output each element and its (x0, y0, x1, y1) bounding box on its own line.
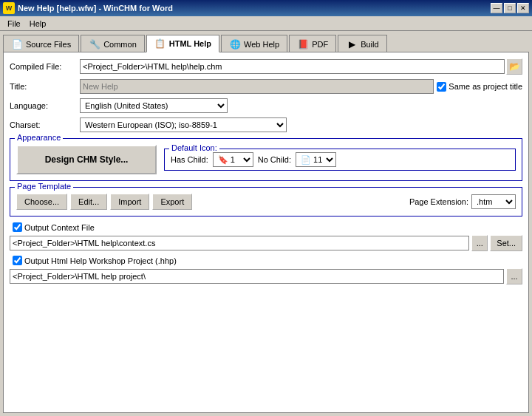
tab-build[interactable]: ▶ Build (338, 35, 386, 52)
tab-web-help-label: Web Help (244, 40, 279, 49)
appearance-group-label: Appearance (15, 133, 63, 142)
tab-common-label: Common (103, 40, 137, 49)
build-icon: ▶ (346, 38, 358, 50)
menu-bar: File Help (0, 16, 532, 31)
page-template-buttons: Choose... Edit... Import Export (16, 194, 192, 210)
compiled-file-browse-button[interactable]: 📂 (506, 58, 522, 75)
output-context-set-button[interactable]: Set... (490, 235, 522, 251)
web-help-icon: 🌐 (229, 38, 241, 50)
title-bar: W New Help [help.wfw] - WinCHM for Word … (0, 0, 532, 16)
import-button[interactable]: Import (110, 194, 149, 210)
output-hhp-file-input[interactable] (10, 269, 504, 284)
common-icon: 🔧 (89, 38, 100, 50)
charset-select[interactable]: Western European (ISO); iso-8859-1 (80, 117, 287, 132)
output-hhp-text: Output Html Help Workshop Project (.hhp) (24, 256, 177, 265)
title-input[interactable] (80, 79, 434, 94)
close-button[interactable]: ✕ (517, 3, 529, 13)
maximize-button[interactable]: □ (504, 3, 516, 13)
appearance-group: Appearance Design CHM Style... Default I… (10, 138, 522, 181)
page-template-group: Page Template Choose... Edit... Import E… (10, 187, 522, 216)
menu-help[interactable]: Help (25, 18, 51, 29)
tab-bar: 📄 Source Files 🔧 Common 📋 HTML Help 🌐 We… (3, 34, 529, 52)
tab-html-help[interactable]: 📋 HTML Help (146, 35, 219, 52)
default-icon-group-label: Default Icon: (169, 143, 219, 152)
title-bar-left: W New Help [help.wfw] - WinCHM for Word (3, 2, 173, 14)
compiled-file-input[interactable] (80, 59, 505, 74)
output-hhp-section: Output Html Help Workshop Project (.hhp)… (10, 256, 522, 284)
compiled-file-label: Compiled File: (10, 62, 80, 71)
output-context-file-text: Output Context File (24, 223, 95, 232)
pdf-icon: 📕 (297, 38, 309, 50)
output-context-file-checkbox[interactable] (13, 222, 22, 232)
icon-row: Has Child: 🔖 1 No Child: 📄 11 (171, 152, 509, 167)
language-row: Language: English (United States) (10, 98, 522, 113)
charset-row: Charset: Western European (ISO); iso-885… (10, 117, 522, 132)
default-icon-group: Default Icon: Has Child: 🔖 1 No Child: 📄… (164, 149, 516, 171)
has-child-label: Has Child: (171, 155, 208, 164)
same-as-project-title-text: Same as project title (449, 82, 522, 91)
tab-build-label: Build (361, 40, 378, 49)
design-chm-style-button[interactable]: Design CHM Style... (16, 145, 157, 174)
title-row: Title: Same as project title (10, 79, 522, 94)
choose-button[interactable]: Choose... (16, 194, 67, 210)
title-bar-controls[interactable]: — □ ✕ (491, 3, 529, 13)
language-label: Language: (10, 101, 80, 110)
source-files-icon: 📄 (11, 38, 23, 50)
has-child-select[interactable]: 🔖 1 (213, 152, 253, 167)
window-title: New Help [help.wfw] - WinCHM for Word (18, 4, 173, 13)
charset-label: Charset: (10, 120, 80, 129)
compiled-file-row: Compiled File: 📂 (10, 58, 522, 75)
output-context-file-input[interactable] (10, 236, 469, 250)
tab-common[interactable]: 🔧 Common (81, 35, 145, 52)
edit-button[interactable]: Edit... (70, 194, 107, 210)
output-context-dots-button[interactable]: ... (471, 235, 488, 251)
output-context-section: Output Context File ... Set... (10, 222, 522, 251)
no-child-select[interactable]: 📄 11 (296, 152, 336, 167)
output-context-row: Output Context File (10, 222, 522, 232)
output-hhp-file-row: ... (10, 268, 522, 284)
output-context-file-row: ... Set... (10, 235, 522, 251)
title-label: Title: (10, 82, 80, 91)
minimize-button[interactable]: — (491, 3, 502, 13)
app-icon: W (3, 2, 15, 14)
export-button[interactable]: Export (152, 194, 192, 210)
tab-pdf[interactable]: 📕 PDF (289, 35, 336, 52)
output-hhp-label[interactable]: Output Html Help Workshop Project (.hhp) (13, 256, 522, 265)
no-child-label: No Child: (258, 155, 291, 164)
page-extension-select[interactable]: .htm (471, 194, 516, 209)
page-extension-label: Page Extension: (409, 197, 468, 206)
output-hhp-row: Output Html Help Workshop Project (.hhp) (10, 256, 522, 265)
main-window: 📄 Source Files 🔧 Common 📋 HTML Help 🌐 We… (0, 31, 532, 416)
content-panel: Compiled File: 📂 Title: Same as project … (3, 52, 529, 413)
tab-source-files[interactable]: 📄 Source Files (3, 35, 79, 52)
html-help-icon: 📋 (154, 38, 166, 50)
appearance-inner: Design CHM Style... Default Icon: Has Ch… (16, 145, 516, 174)
language-select[interactable]: English (United States) (80, 98, 228, 113)
output-hhp-checkbox[interactable] (13, 256, 22, 265)
same-as-project-title-checkbox[interactable] (437, 82, 446, 92)
menu-file[interactable]: File (3, 18, 25, 29)
tab-pdf-label: PDF (312, 40, 328, 49)
output-hhp-dots-button[interactable]: ... (506, 268, 522, 284)
tab-source-files-label: Source Files (26, 40, 71, 49)
tab-html-help-label: HTML Help (169, 39, 211, 48)
output-context-file-label[interactable]: Output Context File (13, 222, 522, 232)
page-template-group-label: Page Template (15, 182, 73, 191)
tab-web-help[interactable]: 🌐 Web Help (221, 35, 287, 52)
same-as-project-title-label[interactable]: Same as project title (437, 82, 522, 92)
